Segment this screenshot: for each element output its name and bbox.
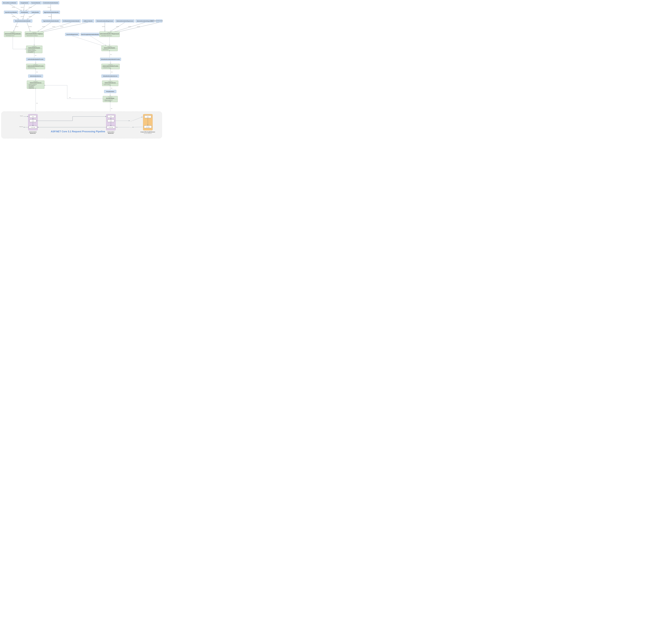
svg-text:Use: Use <box>111 72 113 72</box>
svg-text:• HandleRequestAsync: • HandleRequestAsync <box>5 35 15 36</box>
svg-text:EndpointRoutingMiddleware: EndpointRoutingMiddleware <box>141 131 155 132</box>
svg-line-8 <box>10 4 22 11</box>
svg-text:AuthenticationHandler<TOptions: AuthenticationHandler<TOptions> <box>25 33 43 34</box>
svg-text:ClaimsAuthorizationRequirement: ClaimsAuthorizationRequirement <box>117 20 134 22</box>
svg-text:Authentication: Authentication <box>29 131 37 132</box>
svg-text:IAuthorizationService: IAuthorizationService <box>105 82 116 84</box>
svg-text:logic: logic <box>32 116 34 117</box>
svg-text:• SignOutAsync: • SignOutAsync <box>28 88 35 89</box>
svg-text:IAuthenticationRequestHandler: IAuthenticationRequestHandler <box>5 33 21 34</box>
svg-text:Middleware: Middleware <box>30 133 36 134</box>
svg-text:Extends: Extends <box>128 26 131 27</box>
svg-text:Request: Request <box>20 115 23 116</box>
svg-text:<<Interface>>: <<Interface>> <box>108 96 113 97</box>
svg-text:Extends: Extends <box>42 26 45 27</box>
svg-text:DenyAnonymousAuthorizationRequ: DenyAnonymousAuthorizationRequirement <box>151 20 163 21</box>
svg-text:Use: Use <box>111 108 112 109</box>
svg-text:<<abstract>>: <<abstract>> <box>107 32 112 33</box>
svg-text:post logic: post logic <box>146 127 149 127</box>
svg-text:<<Interface>>: <<Interface>> <box>10 32 15 33</box>
svg-text:Use: Use <box>36 72 38 72</box>
svg-text:Use: Use <box>110 54 112 55</box>
svg-text:Extends: Extends <box>15 26 18 27</box>
svg-text:FacebookHandler: FacebookHandler <box>31 2 40 3</box>
svg-text:OAuthHandler: OAuthHandler <box>21 12 28 13</box>
svg-text:Extends: Extends <box>116 26 119 27</box>
svg-text:Extends: Extends <box>21 7 24 8</box>
svg-text:Extends: Extends <box>60 26 63 27</box>
svg-text:IAuthenticationService: IAuthenticationService <box>30 82 41 84</box>
svg-text:AssertionRequirement: AssertionRequirement <box>66 34 78 35</box>
svg-text:Extends: Extends <box>102 26 105 27</box>
svg-text:JwtBearerHandler: JwtBearerHandler <box>84 20 93 22</box>
svg-text:no post logic: no post logic <box>31 127 35 128</box>
svg-text:AuthorizationHandler<TRequirem: AuthorizationHandler<TRequirement> <box>100 33 119 34</box>
row1: MicrosoftAccountHandler GoogleHandler Fa… <box>2 1 59 4</box>
svg-text:next(): next() <box>32 121 34 121</box>
svg-text:DefaultAuthorizationService: DefaultAuthorizationService <box>103 75 118 77</box>
svg-text:Extends: Extends <box>48 7 51 8</box>
svg-text:SignOutAuthenticationHandler: SignOutAuthenticationHandler <box>43 20 59 22</box>
svg-text:IPolicyEvaluator: IPolicyEvaluator <box>106 98 114 99</box>
iauthz-handler: <<Interface>> IAuthorizationHandler • Ha… <box>102 46 118 51</box>
svg-text:next(): next() <box>110 121 112 121</box>
svg-text:• GetHandlerAsync: • GetHandlerAsync <box>27 67 35 68</box>
svg-line-92 <box>42 22 88 32</box>
svg-text:CookieAuthenticationHandler: CookieAuthenticationHandler <box>43 2 58 3</box>
svg-text:...: ... <box>131 120 131 122</box>
svg-text:AuthenticationHandlerProvider: AuthenticationHandlerProvider <box>28 59 43 60</box>
svg-text:<<abstract>>: <<abstract>> <box>32 32 37 33</box>
svg-text:• HandleAuthenticateAsync: • HandleAuthenticateAsync <box>26 35 38 36</box>
svg-text:AuthenticationService: AuthenticationService <box>30 75 41 77</box>
svg-text:CertificateAuthenticationHandl: CertificateAuthenticationHandler <box>63 20 80 22</box>
svg-text:TwitterHandler: TwitterHandler <box>32 12 39 13</box>
svg-text:OpenIdConnectHandler: OpenIdConnectHandler <box>5 12 17 13</box>
svg-text:Use: Use <box>69 97 71 98</box>
pipeline-title: ASP.NET Core 3.1 Request Processing Pipe… <box>51 130 105 133</box>
svg-line-84 <box>14 22 17 32</box>
svg-text:(terminal middleware): (terminal middleware) <box>144 133 152 134</box>
svg-text:logic: logic <box>147 116 149 117</box>
svg-line-122 <box>72 36 104 46</box>
iauth-handler: <<Interface>> IAuthenticationHandler • I… <box>26 46 42 53</box>
svg-text:logic: logic <box>110 116 112 117</box>
svg-text:Authorization: Authorization <box>107 131 114 132</box>
svg-text:Use: Use <box>36 103 38 104</box>
svg-text:• AuthorizeAsync: • AuthorizeAsync <box>103 84 111 85</box>
svg-text:Extends: Extends <box>21 16 24 17</box>
svg-text:Use: Use <box>35 55 36 56</box>
svg-text:IAuthenticationHandler: IAuthenticationHandler <box>28 47 40 49</box>
svg-line-88 <box>38 22 51 32</box>
svg-text:• ForbidAsync: • ForbidAsync <box>27 52 33 53</box>
svg-text:<<Interface>>: <<Interface>> <box>32 46 37 47</box>
svg-text:Extends: Extends <box>12 7 15 8</box>
authz-handler-abs: <<abstract>> AuthorizationHandler<TRequi… <box>100 32 120 37</box>
svg-text:Extends: Extends <box>52 26 55 27</box>
svg-text:MicrosoftAccountHandler: MicrosoftAccountHandler <box>3 2 16 3</box>
svg-text:Use: Use <box>111 88 112 89</box>
svg-text:<<Interface>>: <<Interface>> <box>33 64 38 65</box>
svg-text:Extends: Extends <box>29 26 32 27</box>
svg-line-100 <box>117 22 159 32</box>
svg-text:<<Interface>>: <<Interface>> <box>33 81 38 82</box>
svg-text:• AuthorizeAsync: • AuthorizeAsync <box>104 101 111 102</box>
diagram-root: MicrosoftAccountHandler GoogleHandler Fa… <box>0 0 163 140</box>
svg-text:Response: Response <box>19 126 23 127</box>
svg-text:Extends: Extends <box>29 16 32 17</box>
svg-text:...: ... <box>131 127 131 128</box>
svg-line-98 <box>114 22 145 32</box>
svg-line-10 <box>24 4 24 11</box>
svg-line-86 <box>27 22 30 32</box>
svg-line-96 <box>110 22 125 32</box>
pipeline-bg <box>1 111 162 138</box>
svg-text:Extends: Extends <box>48 16 51 17</box>
svg-text:• GetHandlersAsync: • GetHandlersAsync <box>102 67 111 68</box>
svg-text:<<Interface>>: <<Interface>> <box>108 81 113 82</box>
row2: OpenIdConnectHandler OAuthHandler Twitte… <box>4 11 60 14</box>
svg-text:Extends: Extends <box>137 26 140 27</box>
auth-handler-abs: <<abstract>> AuthenticationHandler<TOpti… <box>25 32 44 37</box>
svg-text:• HandleAsync: • HandleAsync <box>102 49 109 50</box>
svg-text:Extends: Extends <box>12 16 15 17</box>
svg-text:GoogleHandler: GoogleHandler <box>21 2 28 3</box>
iauth-request-handler: <<Interface>> IAuthenticationRequestHand… <box>4 32 21 37</box>
